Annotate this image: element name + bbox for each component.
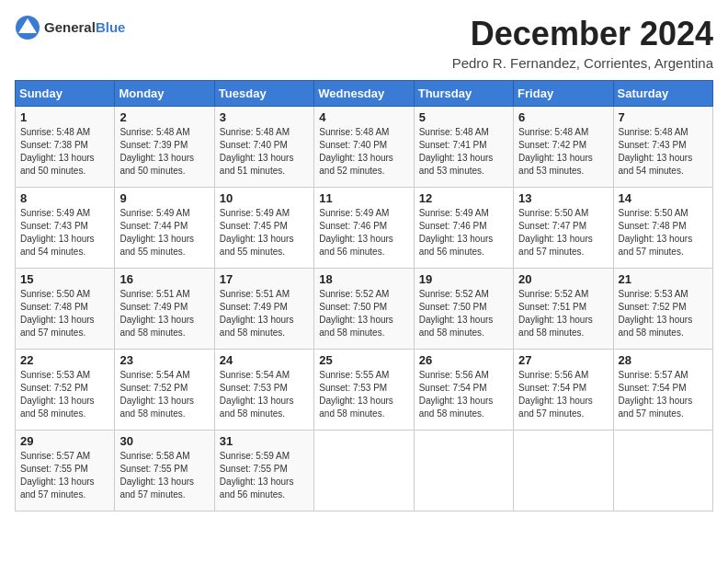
day-info: Sunrise: 5:50 AMSunset: 7:48 PMDaylight:… — [20, 289, 95, 338]
day-info: Sunrise: 5:48 AMSunset: 7:40 PMDaylight:… — [220, 127, 294, 176]
day-number: 26 — [419, 353, 508, 367]
day-cell-3: 3Sunrise: 5:48 AMSunset: 7:40 PMDaylight… — [214, 107, 313, 188]
day-cell-6: 6Sunrise: 5:48 AMSunset: 7:42 PMDaylight… — [514, 107, 613, 188]
day-info: Sunrise: 5:56 AMSunset: 7:54 PMDaylight:… — [419, 370, 494, 419]
day-number: 19 — [419, 272, 508, 286]
day-info: Sunrise: 5:52 AMSunset: 7:50 PMDaylight:… — [319, 289, 393, 338]
day-info: Sunrise: 5:54 AMSunset: 7:52 PMDaylight:… — [119, 370, 194, 419]
title-area: December 2024 Pedro R. Fernandez, Corrie… — [452, 15, 713, 71]
day-info: Sunrise: 5:48 AMSunset: 7:39 PMDaylight:… — [119, 127, 194, 176]
day-cell-7: 7Sunrise: 5:48 AMSunset: 7:43 PMDaylight… — [613, 107, 712, 188]
day-cell-4: 4Sunrise: 5:48 AMSunset: 7:40 PMDaylight… — [314, 107, 414, 188]
day-number: 28 — [619, 353, 708, 367]
day-number: 15 — [20, 272, 109, 286]
logo: GeneralBlue — [15, 15, 125, 40]
day-info: Sunrise: 5:55 AMSunset: 7:53 PMDaylight:… — [319, 370, 393, 419]
header-tuesday: Tuesday — [214, 81, 313, 107]
day-info: Sunrise: 5:59 AMSunset: 7:55 PMDaylight:… — [220, 451, 294, 500]
empty-cell — [514, 431, 613, 511]
week-row-4: 22Sunrise: 5:53 AMSunset: 7:52 PMDayligh… — [16, 350, 713, 431]
day-info: Sunrise: 5:48 AMSunset: 7:41 PMDaylight:… — [419, 127, 494, 176]
day-cell-28: 28Sunrise: 5:57 AMSunset: 7:54 PMDayligh… — [613, 350, 712, 431]
header-sunday: Sunday — [16, 81, 115, 107]
logo-icon — [15, 15, 40, 40]
day-info: Sunrise: 5:51 AMSunset: 7:49 PMDaylight:… — [119, 289, 194, 338]
day-info: Sunrise: 5:48 AMSunset: 7:43 PMDaylight:… — [619, 127, 693, 176]
month-title: December 2024 — [452, 15, 713, 53]
header-thursday: Thursday — [414, 81, 513, 107]
day-cell-22: 22Sunrise: 5:53 AMSunset: 7:52 PMDayligh… — [16, 350, 115, 431]
week-row-5: 29Sunrise: 5:57 AMSunset: 7:55 PMDayligh… — [16, 431, 713, 511]
day-cell-24: 24Sunrise: 5:54 AMSunset: 7:53 PMDayligh… — [214, 350, 313, 431]
day-info: Sunrise: 5:53 AMSunset: 7:52 PMDaylight:… — [20, 370, 95, 419]
day-cell-1: 1Sunrise: 5:48 AMSunset: 7:38 PMDaylight… — [16, 107, 115, 188]
day-cell-2: 2Sunrise: 5:48 AMSunset: 7:39 PMDaylight… — [115, 107, 214, 188]
page-header: GeneralBlue December 2024 Pedro R. Ferna… — [15, 15, 713, 71]
day-cell-13: 13Sunrise: 5:50 AMSunset: 7:47 PMDayligh… — [514, 188, 613, 269]
day-info: Sunrise: 5:50 AMSunset: 7:48 PMDaylight:… — [619, 208, 693, 257]
day-info: Sunrise: 5:50 AMSunset: 7:47 PMDaylight:… — [518, 208, 593, 257]
day-cell-18: 18Sunrise: 5:52 AMSunset: 7:50 PMDayligh… — [314, 269, 414, 350]
day-cell-26: 26Sunrise: 5:56 AMSunset: 7:54 PMDayligh… — [414, 350, 513, 431]
day-cell-21: 21Sunrise: 5:53 AMSunset: 7:52 PMDayligh… — [613, 269, 712, 350]
day-number: 8 — [20, 191, 109, 205]
week-row-1: 1Sunrise: 5:48 AMSunset: 7:38 PMDaylight… — [16, 107, 713, 188]
day-cell-20: 20Sunrise: 5:52 AMSunset: 7:51 PMDayligh… — [514, 269, 613, 350]
day-number: 18 — [319, 272, 408, 286]
day-number: 6 — [518, 110, 608, 124]
day-number: 2 — [119, 110, 209, 124]
day-cell-27: 27Sunrise: 5:56 AMSunset: 7:54 PMDayligh… — [514, 350, 613, 431]
day-number: 20 — [518, 272, 608, 286]
header-monday: Monday — [115, 81, 214, 107]
day-number: 21 — [619, 272, 708, 286]
day-number: 1 — [20, 110, 109, 124]
day-cell-14: 14Sunrise: 5:50 AMSunset: 7:48 PMDayligh… — [613, 188, 712, 269]
day-number: 12 — [419, 191, 508, 205]
day-number: 29 — [20, 434, 109, 448]
day-cell-15: 15Sunrise: 5:50 AMSunset: 7:48 PMDayligh… — [16, 269, 115, 350]
weekday-header-row: Sunday Monday Tuesday Wednesday Thursday… — [16, 81, 713, 107]
day-info: Sunrise: 5:52 AMSunset: 7:51 PMDaylight:… — [518, 289, 593, 338]
empty-cell — [414, 431, 513, 511]
day-number: 23 — [119, 353, 209, 367]
logo-text: GeneralBlue — [44, 19, 125, 36]
day-cell-8: 8Sunrise: 5:49 AMSunset: 7:43 PMDaylight… — [16, 188, 115, 269]
day-cell-9: 9Sunrise: 5:49 AMSunset: 7:44 PMDaylight… — [115, 188, 214, 269]
day-number: 22 — [20, 353, 109, 367]
day-number: 25 — [319, 353, 408, 367]
day-info: Sunrise: 5:57 AMSunset: 7:55 PMDaylight:… — [20, 451, 95, 500]
day-cell-25: 25Sunrise: 5:55 AMSunset: 7:53 PMDayligh… — [314, 350, 414, 431]
day-cell-31: 31Sunrise: 5:59 AMSunset: 7:55 PMDayligh… — [214, 431, 313, 511]
day-info: Sunrise: 5:49 AMSunset: 7:46 PMDaylight:… — [319, 208, 393, 257]
day-number: 31 — [220, 434, 309, 448]
day-number: 7 — [619, 110, 708, 124]
day-info: Sunrise: 5:48 AMSunset: 7:40 PMDaylight:… — [319, 127, 393, 176]
day-cell-17: 17Sunrise: 5:51 AMSunset: 7:49 PMDayligh… — [214, 269, 313, 350]
day-info: Sunrise: 5:57 AMSunset: 7:54 PMDaylight:… — [619, 370, 693, 419]
empty-cell — [613, 431, 712, 511]
day-info: Sunrise: 5:49 AMSunset: 7:46 PMDaylight:… — [419, 208, 494, 257]
week-row-3: 15Sunrise: 5:50 AMSunset: 7:48 PMDayligh… — [16, 269, 713, 350]
location-title: Pedro R. Fernandez, Corrientes, Argentin… — [452, 55, 713, 71]
day-cell-5: 5Sunrise: 5:48 AMSunset: 7:41 PMDaylight… — [414, 107, 513, 188]
day-info: Sunrise: 5:51 AMSunset: 7:49 PMDaylight:… — [220, 289, 294, 338]
day-cell-29: 29Sunrise: 5:57 AMSunset: 7:55 PMDayligh… — [16, 431, 115, 511]
day-number: 17 — [220, 272, 309, 286]
header-friday: Friday — [514, 81, 613, 107]
day-info: Sunrise: 5:52 AMSunset: 7:50 PMDaylight:… — [419, 289, 494, 338]
header-saturday: Saturday — [613, 81, 712, 107]
day-info: Sunrise: 5:49 AMSunset: 7:45 PMDaylight:… — [220, 208, 294, 257]
day-number: 16 — [119, 272, 209, 286]
day-number: 9 — [119, 191, 209, 205]
day-cell-12: 12Sunrise: 5:49 AMSunset: 7:46 PMDayligh… — [414, 188, 513, 269]
logo-general: General — [44, 19, 96, 35]
day-number: 4 — [319, 110, 408, 124]
day-cell-23: 23Sunrise: 5:54 AMSunset: 7:52 PMDayligh… — [115, 350, 214, 431]
day-info: Sunrise: 5:53 AMSunset: 7:52 PMDaylight:… — [619, 289, 693, 338]
day-info: Sunrise: 5:58 AMSunset: 7:55 PMDaylight:… — [119, 451, 194, 500]
day-number: 14 — [619, 191, 708, 205]
empty-cell — [314, 431, 414, 511]
day-info: Sunrise: 5:48 AMSunset: 7:42 PMDaylight:… — [518, 127, 593, 176]
day-cell-30: 30Sunrise: 5:58 AMSunset: 7:55 PMDayligh… — [115, 431, 214, 511]
calendar-table: Sunday Monday Tuesday Wednesday Thursday… — [15, 80, 713, 511]
